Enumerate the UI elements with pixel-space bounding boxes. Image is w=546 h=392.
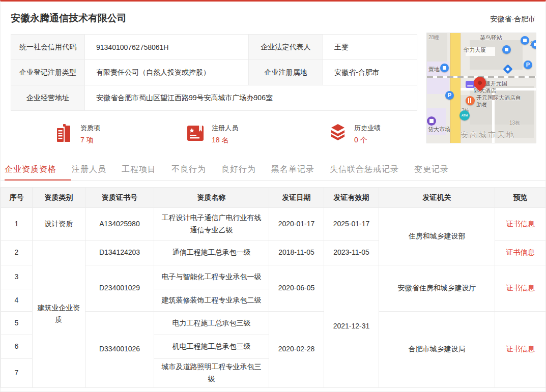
qual-cell: 证书信息: [495, 208, 546, 240]
new-place-pin-icon: [531, 40, 536, 49]
info-row: 统一社会信用代码 91340100762758061H 企业法定代表人 王雯: [11, 35, 417, 60]
qual-cell: 2025-01-17: [324, 208, 379, 240]
info-value-credit-code: 91340100762758061H: [85, 35, 249, 60]
stat-count: 0 个: [354, 136, 381, 145]
tab-7[interactable]: 失信联合惩戒记录: [330, 159, 399, 180]
qual-column-header: 发证有效期: [324, 188, 379, 208]
qual-column-header: 资质类别: [33, 188, 85, 208]
stats-row: 资质项 7 项 注册人员 18 名: [1, 120, 418, 149]
qual-column-header: 资质证书号: [85, 188, 154, 208]
qual-column-header: 发证机关: [379, 188, 495, 208]
info-row: 企业经营地址 安徽省合肥市蜀山区望江西路99号安高城市广场办906室: [11, 85, 417, 111]
stat-history: 历史业绩 0 个: [328, 123, 381, 145]
qual-cell: 3: [1, 265, 33, 289]
history-performance-icon: [328, 123, 348, 144]
tab-3[interactable]: 工程项目: [122, 159, 156, 180]
tab-5[interactable]: 良好行为: [221, 159, 256, 180]
qual-cell: 建筑装修装饰工程专业承包二级: [154, 289, 269, 312]
info-value-registered-region: 安徽省-合肥市: [323, 60, 417, 85]
company-profile-page: 安徽永腾通信技术有限公司 安徽省-合肥市 统一社会信用代码 9134010076…: [0, 0, 546, 392]
zhidi-pin-icon: [440, 64, 449, 72]
qual-cell: 机电工程施工总承包三级: [154, 335, 269, 359]
stat-label: 注册人员: [212, 124, 238, 133]
qual-cell: 合肥市城乡建设局: [379, 312, 495, 388]
company-region: 安徽省-合肥市: [490, 15, 535, 24]
tab-4[interactable]: 不良行为: [171, 159, 206, 180]
qual-cell: 2023-11-05: [324, 240, 379, 265]
qual-cell: 2020-01-17: [269, 208, 324, 240]
map-label: 置地: [428, 66, 440, 73]
qual-cell: 证书信息: [495, 240, 546, 265]
qual-cell: D334001026: [85, 312, 154, 388]
tab-1[interactable]: 企业资质资格: [5, 159, 56, 180]
cainiao-station-pin-icon: [521, 36, 529, 45]
stat-count: 7 项: [80, 136, 100, 145]
qual-cell: 城市及道路照明工程专业承包三级: [154, 359, 269, 388]
table-row: 1设计资质A134025980工程设计电子通信广电行业有线通信专业乙级2020-…: [1, 208, 546, 240]
map-label: 安高城市天地: [461, 130, 515, 140]
registered-personnel-icon: [185, 123, 206, 144]
qual-cell: 电子与智能化工程专业承包一级: [154, 265, 269, 289]
info-row: 企业登记注册类型 有限责任公司（自然人投资或控股） 企业注册属地 安徽省-合肥市: [11, 60, 417, 85]
info-value-business-address: 安徽省合肥市蜀山区望江西路99号安高城市广场办906室: [85, 85, 417, 111]
qual-cell: 2020-06-05: [269, 265, 324, 312]
qual-cell: 5: [1, 312, 33, 335]
certificate-info-link[interactable]: 证书信息: [506, 220, 535, 228]
info-label-registration-type: 企业登记注册类型: [11, 60, 85, 85]
qual-cell: 通信工程施工总承包一级: [154, 240, 269, 265]
certificate-info-link[interactable]: 证书信息: [506, 284, 535, 292]
map-label: 货大市场: [428, 126, 450, 133]
qualification-table-header: 序号资质类别资质证书号资质名称发证日期发证有效期发证机关预览: [1, 188, 546, 208]
map-label: 13栋: [509, 119, 520, 126]
company-info-table: 统一社会信用代码 91340100762758061H 企业法定代表人 王雯 企…: [11, 34, 417, 111]
atm-pin-icon: ATM: [459, 110, 470, 120]
info-label-registered-region: 企业注册属地: [249, 60, 323, 85]
stat-label: 资质项: [80, 124, 100, 133]
qualification-building-icon: [54, 123, 74, 144]
stat-label: 历史业绩: [354, 124, 381, 133]
qual-cell: 2: [1, 240, 33, 265]
qual-column-header: 资质名称: [154, 188, 269, 208]
location-map[interactable]: 28幢菜鸟驿站新华力大厦置地徽高速开元国际大酒店开元国际大酒店自助餐7栋13栋货…: [426, 33, 536, 143]
tab-2[interactable]: 注册人员: [72, 159, 106, 180]
qual-cell: 建筑业企业资质: [33, 240, 85, 388]
map-label: 菜鸟驿站: [480, 34, 502, 41]
market-pin-icon: [427, 116, 436, 126]
qual-cell: A134025980: [85, 208, 154, 240]
qual-cell: 4: [1, 289, 33, 312]
qual-cell: 证书信息: [495, 312, 546, 388]
qual-cell: 电力工程施工总承包三级: [154, 312, 269, 335]
info-label-business-address: 企业经营地址: [11, 85, 85, 111]
qual-cell: 工程设计电子通信广电行业有线通信专业乙级: [154, 208, 269, 240]
map-label: 28幢: [428, 34, 439, 41]
info-value-legal-rep: 王雯: [323, 35, 417, 60]
qual-cell: 2020-02-28: [269, 312, 324, 388]
qual-cell: 2021-12-31: [324, 265, 379, 388]
qual-cell: 安徽省住房和城乡建设厅: [379, 265, 495, 312]
tab-6[interactable]: 黑名单记录: [271, 159, 314, 180]
qual-cell: 1: [1, 208, 33, 240]
qual-cell: 设计资质: [33, 208, 85, 240]
qual-cell: D134124203: [85, 240, 154, 265]
parking-left-icon: P: [445, 91, 454, 100]
map-label: 华力大厦: [464, 46, 486, 53]
map-road: [450, 33, 461, 143]
company-summary-section: 安徽永腾通信技术有限公司 安徽省-合肥市 统一社会信用代码 9134010076…: [1, 2, 545, 159]
tab-8[interactable]: 变更记录: [414, 159, 449, 180]
qual-column-header: 发证日期: [269, 188, 324, 208]
restaurant-pin-icon: [466, 96, 475, 105]
info-value-registration-type: 有限责任公司（自然人投资或控股）: [85, 60, 249, 85]
info-label-legal-rep: 企业法定代表人: [249, 35, 323, 60]
stat-personnel: 注册人员 18 名: [185, 123, 238, 145]
section-tabs: 企业资质资格注册人员工程项目不良行为良好行为黑名单记录失信联合惩戒记录变更记录: [1, 159, 545, 180]
qual-cell: 证书信息: [495, 265, 546, 312]
certificate-info-link[interactable]: 证书信息: [506, 345, 535, 353]
certificate-info-link[interactable]: 证书信息: [506, 248, 535, 256]
huali-building-pin-icon: [502, 45, 511, 54]
qual-cell: D234001029: [85, 265, 154, 312]
qual-column-header: 序号: [1, 188, 33, 208]
map-label: 开元国际大酒店自助餐: [476, 94, 521, 109]
stat-count: 18 名: [212, 136, 238, 145]
page-title: 安徽永腾通信技术有限公司: [11, 12, 127, 25]
info-label-credit-code: 统一社会信用代码: [11, 35, 85, 60]
